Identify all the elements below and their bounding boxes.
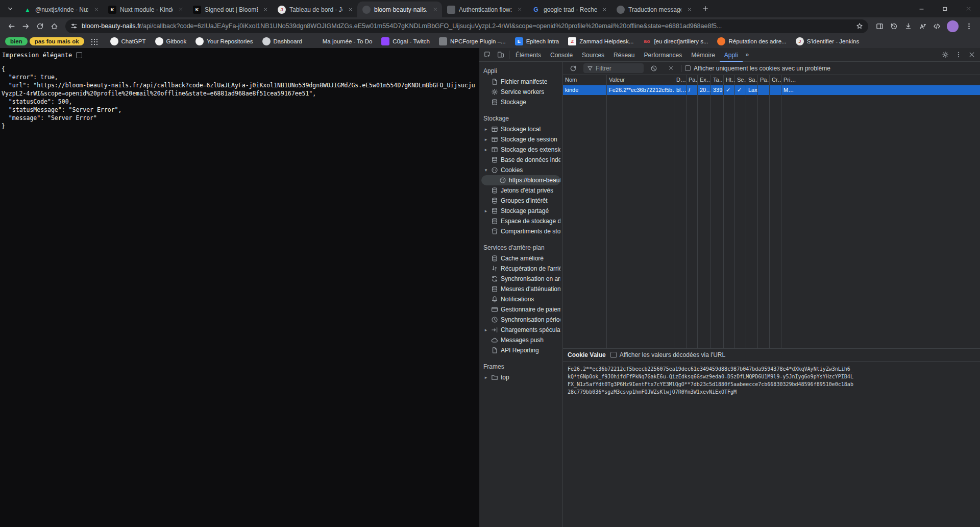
tab-close-button[interactable] [685,6,693,14]
bookmark-item[interactable]: S'identifier - Jenkins [792,36,863,47]
new-tab-button[interactable] [698,2,713,16]
close-window-button[interactable] [957,0,980,17]
tab-close-button[interactable] [261,6,270,14]
tree-item[interactable]: Cache amélioré [481,253,560,264]
history-icon[interactable] [887,19,901,33]
expander-icon[interactable] [483,375,488,380]
download-icon[interactable] [901,19,915,33]
devtools-tab[interactable]: Performances [639,48,687,62]
tree-item[interactable]: Base de données indexée [481,155,560,165]
browser-tab[interactable]: bloom-beauty-nails.fr/api... [357,2,442,17]
tree-item[interactable]: Groupes d'intérêt [481,196,560,206]
column-header[interactable]: Sa… [746,75,758,85]
column-header[interactable]: Nom [563,75,607,85]
browser-menu-button[interactable] [962,19,976,33]
browser-tab[interactable]: @nuxtjs/kinde - Nuxt Mod... [18,2,103,17]
tab-close-button[interactable] [92,6,100,14]
tree-item[interactable]: Chargements spéculatifs [481,325,560,335]
tree-item[interactable]: Stockage partagé [481,206,560,216]
inspect-element-button[interactable] [481,49,494,61]
bookmark-item[interactable]: Your Repositories [192,36,256,47]
expander-icon[interactable] [483,127,488,132]
expander-icon[interactable] [483,327,488,332]
bookmark-item[interactable] [86,36,105,47]
address-bar[interactable]: bloom-beauty-nails.fr/api/callback?code=… [65,19,868,33]
tree-item[interactable]: Fichier manifeste [481,77,560,87]
bookmark-item[interactable]: bien [5,37,28,45]
bookmark-item[interactable]: C0gal - Twitch [378,36,433,47]
expander-icon[interactable] [483,167,488,173]
tab-close-button[interactable] [177,6,185,14]
column-header[interactable]: D… [674,75,687,85]
column-header[interactable]: Pa… [758,75,770,85]
tree-item[interactable]: Stockage [481,97,560,107]
device-toolbar-button[interactable] [494,49,507,61]
tree-item[interactable]: Messages push [481,335,560,345]
bookmark-item[interactable]: Réputation des adre... [714,36,790,47]
forward-icon[interactable] [18,19,33,33]
expander-icon[interactable] [483,208,488,213]
bookmark-item[interactable]: Dashboard [259,36,306,47]
column-header[interactable]: Pa… [687,75,698,85]
devtools-menu-button[interactable] [952,49,965,61]
delete-selected-cookie-button[interactable] [664,62,677,75]
tab-close-button[interactable] [516,6,524,14]
site-settings-tune-icon[interactable] [70,22,78,30]
tree-item[interactable]: top [481,372,560,382]
devtools-tab[interactable]: Réseau [609,48,639,62]
column-header[interactable]: Ta… [711,75,724,85]
tree-item[interactable]: Stockage des extensions [481,145,560,155]
column-header[interactable]: Ex… [698,75,711,85]
browser-tab[interactable]: Signed out | BloomBeauty [188,2,273,17]
tab-close-button[interactable] [600,6,608,14]
profile-avatar[interactable] [947,20,959,32]
column-header[interactable]: Se… [735,75,746,85]
bookmark-item[interactable]: Gitbook [152,36,190,47]
more-panels-icon[interactable] [743,51,752,58]
devtools-settings-button[interactable] [939,49,952,61]
tree-item[interactable]: Cookies [481,165,560,175]
only-problem-cookies-toggle[interactable]: Afficher uniquement les cookies avec un … [685,65,830,72]
tree-item[interactable]: Stockage local [481,124,560,134]
tree-item[interactable]: API Reporting [481,345,560,355]
code-icon[interactable] [929,19,944,33]
tree-item[interactable]: Compartiments de stock… [481,226,560,236]
tree-item[interactable]: Espace de stockage du c… [481,216,560,226]
tree-item[interactable]: Synchronisation en arriè… [481,274,560,284]
column-header[interactable]: Pri… [781,75,980,85]
expander-icon[interactable] [483,137,488,142]
devtools-tab[interactable]: Éléments [511,48,546,62]
devtools-tab[interactable]: Sources [577,48,609,62]
bookmark-item[interactable]: ChatGPT [107,36,150,47]
expander-icon[interactable] [483,147,488,152]
translate-icon[interactable] [915,19,929,33]
browser-tab[interactable]: Authentication flow: Rece... [442,2,527,17]
bookmark-item[interactable]: NPCForge Plugin –... [435,36,509,47]
decode-url-toggle[interactable]: Afficher les valeurs décodées via l'URL [610,351,726,358]
tree-item[interactable]: Synchronisation périodi… [481,315,560,325]
only-problem-checkbox[interactable] [685,65,691,71]
browser-tab[interactable]: Tableau de bord - Jenkins [273,2,357,17]
tree-child-item[interactable]: https://bloom-beauty… [481,175,560,185]
browser-tab[interactable]: Nuxt module - Kinde doc... [103,2,188,17]
cookie-filter-input[interactable]: Filtrer [583,63,644,73]
tree-item[interactable]: Jetons d'état privés [481,185,560,196]
bookmark-star-icon[interactable] [856,22,863,30]
devtools-tab[interactable]: Console [546,48,577,62]
column-header[interactable]: Valeur [607,75,674,85]
clear-all-cookies-button[interactable] [647,62,660,75]
tab-close-button[interactable] [346,6,354,14]
decode-url-checkbox[interactable] [610,352,617,358]
bookmark-item[interactable]: Zammad Helpdesk... [565,36,637,47]
bookmark-item[interactable]: Ma journée - To Do [308,36,376,47]
tree-item[interactable]: Stockage de session [481,134,560,145]
tree-item[interactable]: Mesures d'atténuation d… [481,284,560,294]
tree-item[interactable]: Notifications [481,294,560,304]
home-icon[interactable] [47,19,61,33]
refresh-button[interactable] [567,62,580,75]
reload-icon[interactable] [33,19,47,33]
bookmark-item[interactable]: pas fou mais ok [30,37,84,45]
browser-tab[interactable]: Traduction message erreu... [611,2,696,17]
bookmark-item[interactable]: [eu direct]artillery s... [639,36,712,47]
column-header[interactable]: Ht… [724,75,735,85]
